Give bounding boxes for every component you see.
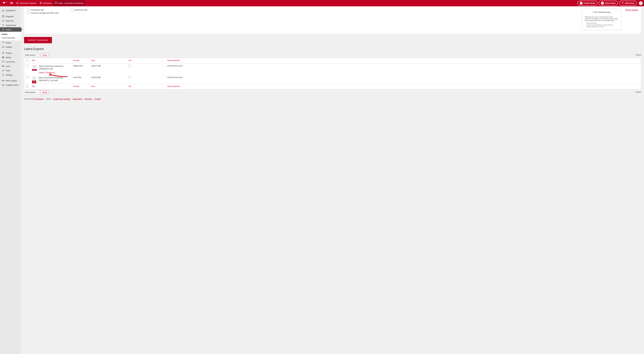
pin-checkbox[interactable] — [128, 76, 131, 78]
format-cell: Print PDF — [71, 75, 90, 84]
apply-button-top[interactable]: Apply — [41, 53, 49, 57]
camera-icon — [2, 56, 4, 58]
col-footer-date[interactable]: Date Exported — [166, 84, 641, 89]
administer-network[interactable]: Administer Network — [14, 0, 38, 6]
date-cell: 2023-05-04 01:40 — [166, 75, 641, 84]
plus-icon: + — [601, 2, 604, 5]
main-content: Pressbooks XML Common Cartridge with Web… — [21, 6, 644, 354]
select-all-checkbox-bottom[interactable] — [26, 85, 28, 88]
select-all-checkbox-top[interactable] — [26, 59, 28, 62]
pin-checkbox[interactable] — [128, 65, 131, 67]
download-link[interactable]: Download — [46, 71, 54, 74]
option-pressbooks-xml[interactable]: Pressbooks XML — [27, 9, 71, 11]
preview-paragraph: When King Lear proposes "our darker purp… — [584, 16, 618, 22]
sidebar-item-publish[interactable]: Publish — [0, 45, 21, 49]
footer-link-contact[interactable]: Contact — [95, 98, 101, 100]
import-icon — [2, 42, 4, 44]
footer-link-diagnostics[interactable]: Diagnostics — [73, 98, 82, 100]
edit-icon — [2, 20, 4, 22]
preview-verse-line: Revenue, and execution of the rest. — [586, 26, 618, 28]
comment-icon — [3, 2, 5, 4]
export-icon — [2, 28, 4, 31]
checkbox-common-cartridge[interactable] — [27, 12, 29, 14]
sidebar-item-export[interactable]: Export — [0, 27, 21, 32]
latest-exports-heading: Latest Exports — [24, 47, 641, 51]
notifications-button[interactable]: 0 — [1, 0, 8, 6]
create-book-button[interactable]: + Create Book — [578, 1, 597, 6]
row-checkbox[interactable] — [26, 65, 28, 67]
sidebar-item-h5p[interactable]: H5PH5P Content — [0, 78, 21, 83]
col-header-file[interactable]: File — [30, 58, 71, 63]
sidebar-submenu-export: Export Cover Generator — [0, 32, 21, 40]
footer-link-pressbooks[interactable]: Pressbooks — [34, 98, 44, 100]
h5p-icon: H5P — [2, 80, 4, 82]
format-cell: Digital PDF — [71, 63, 90, 75]
theme-options-link[interactable]: Theme Options — [625, 9, 638, 11]
sidebar-item-appearance[interactable]: Appearance — [0, 23, 21, 27]
user-avatar[interactable] — [639, 1, 643, 5]
page-footer: Powered by Pressbooks •About •Guides and… — [24, 98, 641, 100]
add-users-button[interactable]: Add Users — [619, 1, 637, 6]
admin-sidebar: Dashboard Organize Book Info Appearance … — [0, 6, 21, 354]
col-header-pin[interactable]: Pin — [127, 58, 166, 63]
wrench-icon — [2, 69, 4, 72]
apply-button-bottom[interactable]: Apply — [41, 90, 49, 94]
table-row: PDF Style-University-of-Arkansas-1683303… — [24, 63, 641, 75]
col-footer-file[interactable]: File — [30, 84, 71, 89]
clone-book-button[interactable]: + Clone Book — [599, 1, 618, 6]
sidebar-sub-cover-generator[interactable]: Cover Generator — [0, 36, 21, 40]
sidebar-item-tools[interactable]: Tools — [0, 68, 21, 73]
col-footer-pin[interactable]: Pin — [127, 84, 166, 89]
sidebar-item-collapse[interactable]: Collapse menu — [0, 83, 21, 87]
items-count-bottom: 2 items — [635, 91, 641, 93]
pb-home[interactable]: PB — [8, 0, 14, 6]
export-options-panel: Pressbooks XML Common Cartridge with Web… — [24, 6, 641, 34]
file-name: Style-University-of-Arkansas-1683303411.… — [39, 65, 70, 70]
col-header-size[interactable]: Size — [90, 58, 127, 63]
comment-icon — [2, 60, 4, 63]
sparkle-icon — [2, 24, 4, 26]
col-footer-size[interactable]: Size — [90, 84, 127, 89]
home-icon — [2, 9, 4, 12]
sidebar-item-settings[interactable]: Settings — [0, 73, 21, 77]
plus-icon: + — [580, 2, 582, 5]
delete-link[interactable]: Delete — [39, 71, 44, 74]
sidebar-item-organize[interactable]: Organize — [0, 14, 21, 18]
current-book[interactable]: Style - University of Arkansas — [53, 0, 85, 6]
file-thumb: Print PDF — [32, 76, 36, 82]
sidebar-item-users[interactable]: Users — [0, 64, 21, 68]
col-header-format[interactable]: Format — [71, 58, 90, 63]
bulk-actions-select-bottom[interactable]: Bulk actions — [24, 90, 40, 94]
checkbox-pressbooks-xml[interactable] — [27, 9, 29, 11]
footer-link-guides[interactable]: Guides and Tutorials — [54, 98, 70, 100]
footer-link-about[interactable]: About — [46, 98, 51, 100]
preview-verse-line: The name, and all th' additions to a kin… — [586, 24, 618, 26]
sidebar-item-media[interactable]: Media — [0, 55, 21, 60]
sidebar-sub-export[interactable]: Export — [0, 32, 21, 36]
footer-link-sitemap[interactable]: Site Map — [85, 98, 92, 100]
book-icon — [55, 2, 57, 5]
books-icon — [40, 2, 42, 5]
user-plus-icon — [622, 2, 624, 4]
option-wordpress-xml[interactable]: WordPress XML — [71, 9, 110, 11]
bulk-actions-select-top[interactable]: Bulk actions — [24, 53, 40, 57]
option-common-cartridge[interactable]: Common Cartridge with Web Links — [27, 12, 71, 14]
sidebar-item-dashboard[interactable]: Dashboard — [0, 8, 21, 12]
my-books[interactable]: My Books — [38, 0, 53, 6]
size-cell: 138.96 MB — [90, 75, 127, 84]
checkbox-wordpress-xml[interactable] — [71, 9, 73, 11]
gear-icon — [2, 74, 4, 76]
sidebar-item-book-info[interactable]: Book Info — [0, 18, 21, 23]
date-cell: 2023-05-05 16:18 — [166, 63, 641, 75]
col-header-date[interactable]: Date Exported — [166, 58, 641, 63]
svg-point-5 — [3, 74, 4, 75]
sidebar-item-comments[interactable]: Comments — [0, 60, 21, 64]
bolt-icon — [2, 52, 4, 54]
col-footer-format[interactable]: Format — [71, 84, 90, 89]
row-checkbox[interactable] — [26, 76, 28, 78]
sidebar-item-plugins[interactable]: Plugins — [0, 51, 21, 55]
export-your-book-button[interactable]: EXPORT YOUR BOOK — [24, 37, 52, 43]
notification-count: 0 — [6, 2, 7, 3]
svg-point-4 — [3, 66, 4, 66]
sidebar-item-import[interactable]: Import — [0, 40, 21, 45]
